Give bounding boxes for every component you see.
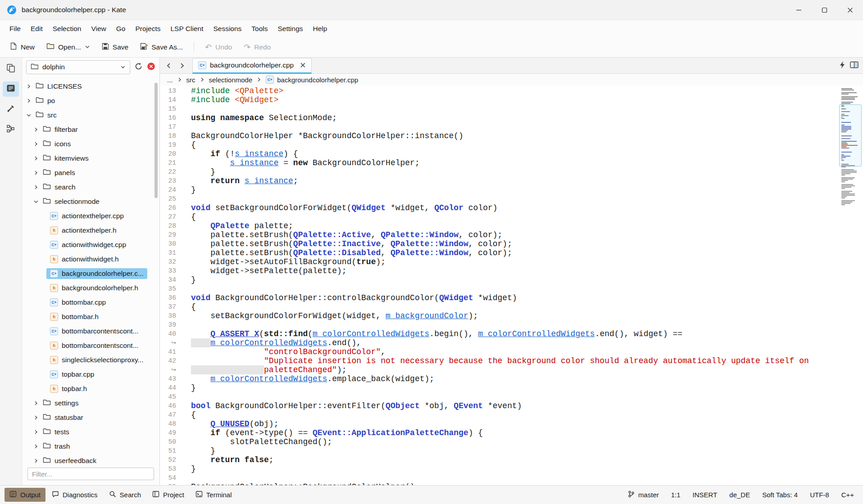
tree-item-singleclickselectionproxy[interactable]: hsingleclickselectionproxy...	[22, 353, 159, 367]
tree-item-bottombar-h[interactable]: hbottombar.h	[22, 310, 159, 324]
code-text: return false;	[191, 455, 863, 464]
tree-scrollbar[interactable]	[154, 83, 158, 198]
maximize-button[interactable]	[812, 0, 837, 20]
chevron-down-icon[interactable]	[26, 112, 32, 118]
status-tab-mode[interactable]: Soft Tabs: 4	[762, 491, 798, 499]
dock-tool-build[interactable]	[3, 102, 19, 117]
menu-tools[interactable]: Tools	[246, 22, 273, 36]
chevron-right-icon[interactable]	[26, 84, 32, 89]
dock-tool-symbols[interactable]	[3, 81, 19, 97]
tree-item-bottombar-cpp[interactable]: C+bottombar.cpp	[22, 295, 159, 310]
breadcrumb-item-selectionmode[interactable]: selectionmode	[209, 76, 253, 84]
minimap[interactable]	[841, 88, 860, 485]
filter-input[interactable]	[27, 468, 154, 480]
chevron-right-icon[interactable]	[33, 415, 39, 420]
menu-sessions[interactable]: Sessions	[208, 22, 246, 36]
chevron-right-icon[interactable]	[33, 141, 39, 147]
menu-go[interactable]: Go	[111, 22, 131, 36]
tab-close-icon[interactable]: ✕	[300, 62, 306, 69]
history-back-button[interactable]	[162, 58, 175, 73]
history-forward-button[interactable]	[175, 58, 189, 73]
dock-tool-tree[interactable]	[3, 122, 19, 137]
save-button[interactable]: Save	[97, 40, 133, 54]
chevron-down-icon[interactable]	[33, 199, 39, 204]
tree-item-kitemviews[interactable]: kitemviews	[22, 151, 159, 166]
tree-item-actionwithwidget-cpp[interactable]: C+actionwithwidget.cpp	[22, 238, 159, 252]
tree-item-statusbar[interactable]: statusbar	[22, 410, 159, 425]
undo-button[interactable]: ↶Undo	[200, 40, 236, 54]
tree-item-bottombarcontentscont[interactable]: hbottombarcontentscont...	[22, 338, 159, 353]
tree-item-actiontexthelper-cpp[interactable]: C+actiontexthelper.cpp	[22, 209, 159, 223]
close-project-button[interactable]	[147, 62, 155, 72]
menu-selection[interactable]: Selection	[48, 22, 86, 36]
code-editor[interactable]: 13#include <QPalette>14#include <QWidget…	[160, 86, 863, 485]
status-highlight-mode[interactable]: C++	[841, 491, 854, 499]
menu-settings[interactable]: Settings	[273, 22, 308, 36]
tree-item-tests[interactable]: tests	[22, 425, 159, 439]
new-button[interactable]: New	[5, 40, 39, 54]
tree-item-licenses[interactable]: LICENSES	[22, 79, 159, 94]
document-tab[interactable]: C+ backgroundcolorhelper.cpp ✕	[192, 58, 312, 74]
tree-item-bottombarcontentscont[interactable]: C+bottombarcontentscont...	[22, 324, 159, 338]
dock-tool-documents[interactable]	[3, 61, 19, 76]
status-cursor-position[interactable]: 1:1	[671, 491, 681, 499]
tree-item-icons[interactable]: icons	[22, 137, 159, 151]
tree-item-actionwithwidget-h[interactable]: hactionwithwidget.h	[22, 252, 159, 266]
menu-projects[interactable]: Projects	[130, 22, 165, 36]
status-panel-diagnostics[interactable]: Diagnostics	[47, 488, 103, 502]
chevron-right-icon[interactable]	[33, 184, 39, 190]
open-button[interactable]: Open...	[42, 40, 95, 54]
status-panel-output[interactable]: Output	[5, 488, 45, 502]
status-input-mode[interactable]: INSERT	[693, 491, 718, 499]
tree-item-trash[interactable]: trash	[22, 439, 159, 454]
tree-item-settings[interactable]: settings	[22, 396, 159, 410]
menu-lsp-client[interactable]: LSP Client	[165, 22, 208, 36]
h-file-icon: h	[50, 356, 58, 364]
tree-item-src[interactable]: src	[22, 108, 159, 122]
close-button[interactable]	[837, 0, 863, 20]
status-panel-terminal[interactable]: Terminal	[191, 488, 237, 502]
tree-item-userfeedback[interactable]: userfeedback	[22, 454, 159, 464]
redo-button[interactable]: ↷Redo	[239, 40, 275, 54]
reload-project-button[interactable]	[134, 62, 143, 72]
tree-item-topbar-h[interactable]: htopbar.h	[22, 382, 159, 396]
save-as-button[interactable]: Save As...	[136, 40, 187, 54]
menu-help[interactable]: Help	[308, 22, 332, 36]
tree-item-search[interactable]: search	[22, 180, 159, 194]
status-dictionary[interactable]: de_DE	[729, 491, 750, 499]
chevron-right-icon[interactable]	[33, 458, 39, 464]
chevron-right-icon[interactable]	[33, 400, 39, 406]
menu-edit[interactable]: Edit	[26, 22, 48, 36]
menu-view[interactable]: View	[86, 22, 111, 36]
chevron-right-icon[interactable]	[26, 98, 32, 104]
tree-item-backgroundcolorhelper-h[interactable]: hbackgroundcolorhelper.h	[22, 281, 159, 295]
status-encoding[interactable]: UTF-8	[810, 491, 829, 499]
tree-item-topbar-cpp[interactable]: C+topbar.cpp	[22, 367, 159, 382]
status-panel-search[interactable]: Search	[104, 488, 146, 502]
project-selector[interactable]: dolphin	[26, 60, 130, 74]
breadcrumb-item-backgroundcolorhelper-cpp[interactable]: C+backgroundcolorhelper.cpp	[266, 76, 358, 84]
folder-icon	[43, 442, 51, 451]
breadcrumb-item-[interactable]: ...	[167, 76, 173, 84]
chevron-right-icon[interactable]	[33, 156, 39, 161]
line-number: 47	[160, 410, 191, 419]
tree-item-filterbar[interactable]: filterbar	[22, 122, 159, 137]
split-view-icon[interactable]	[850, 61, 858, 70]
chevron-right-icon[interactable]	[33, 429, 39, 435]
tree-item-po[interactable]: po	[22, 94, 159, 108]
menu-file[interactable]: File	[5, 22, 26, 36]
minimap-viewport[interactable]	[839, 104, 862, 166]
chevron-right-icon[interactable]	[33, 444, 39, 449]
tree-item-actiontexthelper-h[interactable]: hactiontexthelper.h	[22, 223, 159, 238]
quick-actions-icon[interactable]	[839, 61, 845, 71]
tree-item-panels[interactable]: panels	[22, 166, 159, 180]
status-git-branch[interactable]: master	[628, 490, 659, 499]
status-panel-project[interactable]: Project	[147, 488, 189, 502]
breadcrumb-item-src[interactable]: src	[186, 76, 195, 84]
minimize-button[interactable]	[786, 0, 812, 20]
tree-item-backgroundcolorhelper-c[interactable]: C+backgroundcolorhelper.c...	[22, 266, 159, 281]
tree-item-selectionmode[interactable]: selectionmode	[22, 194, 159, 209]
chevron-right-icon[interactable]	[33, 127, 39, 132]
code-text	[191, 473, 863, 482]
chevron-right-icon[interactable]	[33, 170, 39, 176]
